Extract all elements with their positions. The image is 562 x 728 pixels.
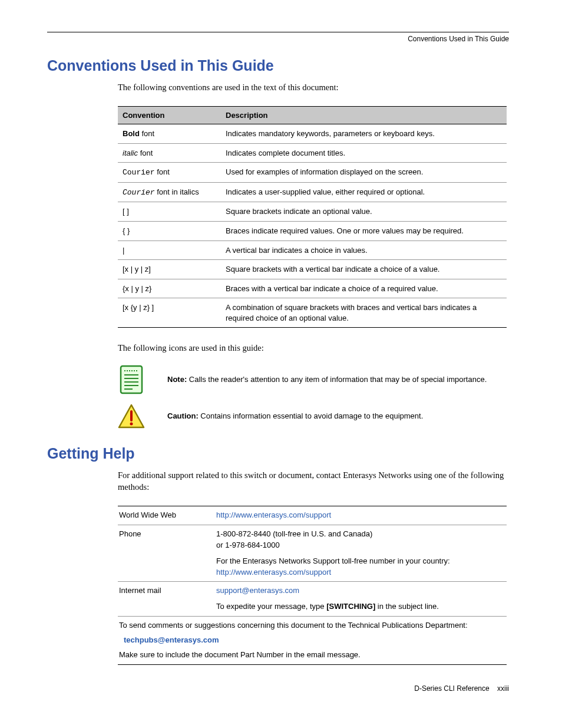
cell-text: Make sure to include the document Part N… bbox=[119, 650, 361, 659]
cell-text: [x | y | z] bbox=[118, 260, 221, 279]
th-convention: Convention bbox=[118, 107, 221, 124]
cell-text: Used for examples of information display… bbox=[221, 163, 507, 183]
help-intro: For additional support related to this s… bbox=[118, 469, 509, 493]
cell-text: {x | y | z} bbox=[118, 279, 221, 298]
caution-text: Caution: Contains information essential … bbox=[167, 411, 423, 421]
section-title-help: Getting Help bbox=[47, 445, 509, 462]
cell-text: italic bbox=[123, 149, 138, 157]
table-row: Bold font Indicates mandatory keywords, … bbox=[118, 124, 507, 144]
header-rule bbox=[47, 32, 509, 32]
cell-text: [SWITCHING] bbox=[326, 602, 375, 611]
footer-doc: D-Series CLI Reference bbox=[414, 684, 489, 693]
table-row: italic font Indicates complete document … bbox=[118, 143, 507, 163]
cell-text: { } bbox=[118, 222, 221, 241]
footer-page: xxiii bbox=[497, 684, 509, 693]
link-text[interactable]: techpubs@enterasys.com bbox=[124, 635, 219, 644]
cell-text: [ ] bbox=[118, 202, 221, 222]
table-row: To send comments or suggestions concerni… bbox=[118, 617, 507, 665]
cell-text: Square brackets indicate an optional val… bbox=[221, 202, 507, 222]
table-row: Courier font in italics Indicates a user… bbox=[118, 182, 507, 202]
table-row: Courier font Used for examples of inform… bbox=[118, 163, 507, 183]
conventions-table: Convention Description Bold font Indicat… bbox=[118, 106, 507, 328]
cell-text: Courier bbox=[123, 168, 155, 177]
caution-row: Caution: Contains information essential … bbox=[118, 404, 509, 429]
cell-text: | bbox=[118, 241, 221, 260]
cell-text: Braces indicate required values. One or … bbox=[221, 222, 507, 241]
caution-body: Contains information essential to avoid … bbox=[199, 411, 424, 420]
cell-text: font bbox=[138, 149, 153, 157]
caution-icon bbox=[118, 404, 145, 429]
table-row: World Wide Web http://www.enterasys.com/… bbox=[118, 506, 507, 525]
table-row: | A vertical bar indicates a choice in v… bbox=[118, 241, 507, 260]
cell-text: Square brackets with a vertical bar indi… bbox=[221, 260, 507, 279]
cell-text: Indicates complete document titles. bbox=[221, 143, 507, 163]
table-row: [x {y | z} ] A combination of square bra… bbox=[118, 298, 507, 328]
table-row: { } Braces indicate required values. One… bbox=[118, 222, 507, 241]
cell-text: [x {y | z} ] bbox=[118, 298, 221, 328]
note-text: Note: Calls the reader's attention to an… bbox=[167, 374, 487, 385]
cell-text: A combination of square brackets with br… bbox=[221, 298, 507, 328]
cell-text: font in italics bbox=[155, 187, 199, 196]
svg-point-9 bbox=[130, 422, 133, 425]
cell-text: font bbox=[155, 167, 170, 176]
note-row: Note: Calls the reader's attention to an… bbox=[118, 365, 509, 394]
note-body: Calls the reader's attention to any item… bbox=[187, 375, 487, 384]
icons-intro: The following icons are used in this gui… bbox=[118, 342, 509, 354]
cell-text: To send comments or suggestions concerni… bbox=[119, 621, 468, 630]
help-table: World Wide Web http://www.enterasys.com/… bbox=[118, 506, 507, 664]
running-header: Conventions Used in This Guide bbox=[47, 35, 509, 43]
table-row: {x | y | z} Braces with a vertical bar i… bbox=[118, 279, 507, 298]
cell-label: World Wide Web bbox=[118, 506, 215, 525]
caution-label: Caution: bbox=[167, 411, 199, 420]
cell-text: A vertical bar indicates a choice in val… bbox=[221, 241, 507, 260]
conventions-intro: The following conventions are used in th… bbox=[118, 81, 509, 93]
cell-text: 1-800-872-8440 (toll-free in U.S. and Ca… bbox=[216, 529, 372, 538]
note-label: Note: bbox=[167, 375, 187, 384]
cell-text: or 1-978-684-1000 bbox=[216, 541, 280, 549]
cell-text: Braces with a vertical bar indicate a ch… bbox=[221, 279, 507, 298]
cell-label: Internet mail bbox=[118, 582, 215, 617]
cell-text: font bbox=[140, 129, 154, 138]
th-description: Description bbox=[221, 107, 507, 124]
section-title-conventions: Conventions Used in This Guide bbox=[47, 57, 509, 74]
link-text[interactable]: http://www.enterasys.com/support bbox=[216, 568, 331, 577]
table-row: [ ] Square brackets indicate an optional… bbox=[118, 202, 507, 222]
table-row: Phone 1-800-872-8440 (toll-free in U.S. … bbox=[118, 525, 507, 582]
page-footer: D-Series CLI Reference xxiii bbox=[414, 684, 509, 693]
cell-text: in the subject line. bbox=[375, 602, 439, 611]
cell-text: For the Enterasys Networks Support toll-… bbox=[216, 556, 450, 565]
cell-text: To expedite your message, type bbox=[216, 602, 326, 611]
cell-label: Phone bbox=[118, 525, 215, 582]
cell-text: Indicates a user-supplied value, either … bbox=[221, 182, 507, 202]
cell-text: Bold bbox=[123, 129, 140, 138]
cell-text: Courier bbox=[123, 188, 155, 197]
cell-text: Indicates mandatory keywords, parameters… bbox=[221, 124, 507, 144]
link-text[interactable]: support@enterasys.com bbox=[216, 586, 299, 595]
table-row: Internet mail support@enterasys.com To e… bbox=[118, 582, 507, 617]
note-icon bbox=[118, 365, 145, 394]
table-row: [x | y | z] Square brackets with a verti… bbox=[118, 260, 507, 279]
link-text[interactable]: http://www.enterasys.com/support bbox=[216, 510, 331, 519]
